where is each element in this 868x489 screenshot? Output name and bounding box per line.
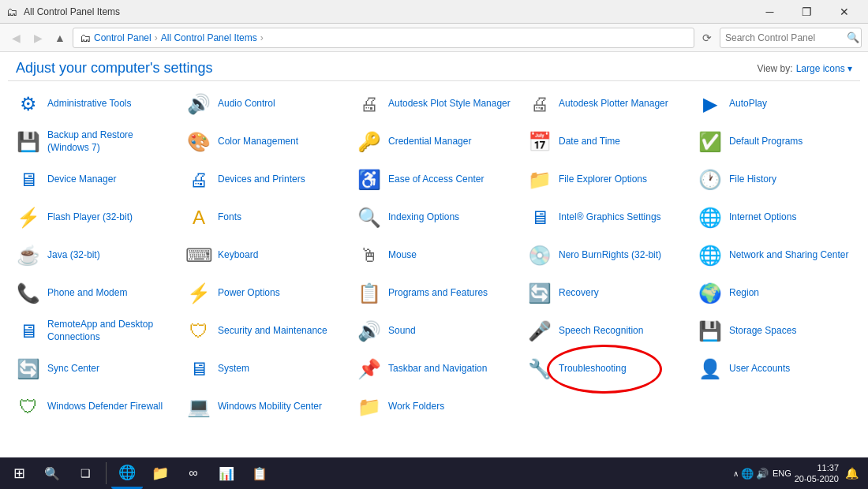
control-item-sync-center[interactable]: 🔄Sync Center [8, 350, 178, 388]
edge-button[interactable]: 🌐 [111, 457, 143, 489]
item-link-25[interactable]: Phone and Modem [47, 287, 127, 298]
item-link-5[interactable]: Backup and Restore (Windows 7) [47, 129, 133, 153]
item-link-8[interactable]: Date and Time [559, 136, 620, 147]
back-button[interactable]: ◀ [6, 28, 25, 47]
item-link-12[interactable]: Ease of Access Center [388, 174, 484, 185]
refresh-button[interactable]: ⟳ [698, 28, 716, 47]
control-item-mouse[interactable]: 🖱Mouse [349, 237, 519, 274]
start-button[interactable]: ⊞ [3, 457, 35, 489]
volume-icon[interactable]: 🔊 [756, 468, 769, 480]
item-link-41[interactable]: Windows Mobility Center [218, 401, 322, 412]
control-item-taskbar-and-navigation[interactable]: 📌Taskbar and Navigation [349, 350, 519, 388]
control-item-user-accounts[interactable]: 👤User Accounts [690, 350, 860, 388]
control-item-system[interactable]: 🖥System [178, 350, 349, 388]
control-item-autodesk-plot-style-manager[interactable]: 🖨Autodesk Plot Style Manager [349, 85, 519, 123]
control-item-autoplay[interactable]: ▶AutoPlay [690, 85, 860, 123]
item-link-0[interactable]: Administrative Tools [47, 98, 132, 109]
control-item-sound[interactable]: 🔊Sound [349, 312, 519, 350]
item-link-7[interactable]: Credential Manager [388, 136, 471, 147]
notification-button[interactable]: 🔔 [845, 467, 859, 480]
control-item-file-explorer-options[interactable]: 📁File Explorer Options [519, 161, 690, 199]
item-link-19[interactable]: Internet Options [729, 211, 796, 222]
item-link-24[interactable]: Network and Sharing Center [729, 249, 848, 260]
tray-expand-icon[interactable]: ∧ [733, 469, 739, 478]
item-link-23[interactable]: Nero BurnRights (32-bit) [559, 249, 661, 260]
item-link-9[interactable]: Default Programs [729, 136, 803, 147]
control-item-fonts[interactable]: AFonts [178, 199, 349, 237]
control-item-credential-manager[interactable]: 🔑Credential Manager [349, 123, 519, 161]
item-link-14[interactable]: File History [729, 174, 776, 185]
control-item-phone-and-modem[interactable]: 📞Phone and Modem [8, 274, 178, 312]
control-item-windows-mobility-center[interactable]: 💻Windows Mobility Center [178, 388, 349, 426]
control-item-flash-player--32-bit-[interactable]: ⚡Flash Player (32-bit) [8, 199, 178, 237]
control-item-windows-defender-firewall[interactable]: 🛡Windows Defender Firewall [8, 388, 178, 426]
item-link-2[interactable]: Autodesk Plot Style Manager [388, 98, 511, 109]
item-link-40[interactable]: Windows Defender Firewall [47, 401, 163, 412]
item-link-30[interactable]: RemoteApp and Desktop Connections [47, 319, 153, 342]
item-link-10[interactable]: Device Manager [47, 174, 116, 185]
item-link-18[interactable]: Intel® Graphics Settings [559, 211, 661, 222]
item-link-15[interactable]: Flash Player (32-bit) [47, 211, 133, 222]
item-link-13[interactable]: File Explorer Options [559, 174, 647, 185]
item-link-27[interactable]: Programs and Features [388, 287, 488, 298]
item-link-22[interactable]: Mouse [388, 249, 417, 260]
control-item-speech-recognition[interactable]: 🎤Speech Recognition [519, 312, 690, 350]
control-item-network-and-sharing-center[interactable]: 🌐Network and Sharing Center [690, 237, 860, 274]
control-item-region[interactable]: 🌍Region [690, 274, 860, 312]
item-link-33[interactable]: Speech Recognition [559, 325, 643, 336]
control-item-file-history[interactable]: 🕐File History [690, 161, 860, 199]
item-link-21[interactable]: Keyboard [218, 249, 258, 260]
control-item-devices-and-printers[interactable]: 🖨Devices and Printers [178, 161, 349, 199]
address-path[interactable]: 🗂 Control Panel › All Control Panel Item… [73, 28, 694, 48]
item-link-4[interactable]: AutoPlay [729, 98, 767, 109]
control-item-work-folders[interactable]: 📁Work Folders [349, 388, 519, 426]
control-item-storage-spaces[interactable]: 💾Storage Spaces [690, 312, 860, 350]
control-item-color-management[interactable]: 🎨Color Management [178, 123, 349, 161]
item-link-38[interactable]: Troubleshooting [559, 363, 627, 374]
taskbar-item-5[interactable]: 📋 [244, 457, 275, 489]
up-button[interactable]: ▲ [51, 28, 69, 47]
item-link-29[interactable]: Region [729, 287, 759, 298]
control-item-internet-options[interactable]: 🌐Internet Options [690, 199, 860, 237]
control-item-keyboard[interactable]: ⌨Keyboard [178, 237, 349, 274]
forward-button[interactable]: ▶ [28, 28, 47, 47]
item-link-39[interactable]: User Accounts [729, 363, 790, 374]
control-item-ease-of-access-center[interactable]: ♿Ease of Access Center [349, 161, 519, 199]
control-item-nero-burnrights--32-bit-[interactable]: 💿Nero BurnRights (32-bit) [519, 237, 690, 274]
item-link-3[interactable]: Autodesk Plotter Manager [559, 98, 668, 109]
explorer-button[interactable]: 📁 [144, 457, 176, 489]
item-link-42[interactable]: Work Folders [388, 401, 444, 412]
item-link-11[interactable]: Devices and Printers [218, 174, 305, 185]
search-input[interactable] [725, 32, 844, 43]
breadcrumb-all-items[interactable]: All Control Panel Items [161, 32, 257, 43]
control-item-programs-and-features[interactable]: 📋Programs and Features [349, 274, 519, 312]
task-view-button[interactable]: ❑ [69, 457, 101, 489]
control-item-administrative-tools[interactable]: ⚙Administrative Tools [8, 85, 178, 123]
control-item-remoteapp-and-desktop-connections[interactable]: 🖥RemoteApp and Desktop Connections [8, 312, 178, 350]
control-item-backup-and-restore--windows-7-[interactable]: 💾Backup and Restore (Windows 7) [8, 123, 178, 161]
control-item-troubleshooting[interactable]: 🔧Troubleshooting [519, 350, 690, 388]
control-item-autodesk-plotter-manager[interactable]: 🖨Autodesk Plotter Manager [519, 85, 690, 123]
control-item-power-options[interactable]: ⚡Power Options [178, 274, 349, 312]
item-link-16[interactable]: Fonts [218, 211, 241, 222]
item-link-6[interactable]: Color Management [218, 136, 298, 147]
minimize-button[interactable]: ─ [752, 0, 788, 24]
control-item-default-programs[interactable]: ✅Default Programs [690, 123, 860, 161]
item-link-36[interactable]: System [218, 363, 249, 374]
item-link-31[interactable]: Security and Maintenance [218, 325, 327, 336]
control-item-indexing-options[interactable]: 🔍Indexing Options [349, 199, 519, 237]
control-item-device-manager[interactable]: 🖥Device Manager [8, 161, 178, 199]
control-item-date-and-time[interactable]: 📅Date and Time [519, 123, 690, 161]
taskbar-item-4[interactable]: 📊 [211, 457, 242, 489]
item-link-34[interactable]: Storage Spaces [729, 325, 796, 336]
maximize-button[interactable]: ❐ [789, 0, 825, 24]
taskbar-item-3[interactable]: ∞ [178, 457, 209, 489]
close-button[interactable]: ✕ [826, 0, 862, 24]
control-item-audio-control[interactable]: 🔊Audio Control [178, 85, 349, 123]
item-link-35[interactable]: Sync Center [47, 363, 99, 374]
item-link-20[interactable]: Java (32-bit) [47, 249, 100, 260]
item-link-26[interactable]: Power Options [218, 287, 280, 298]
breadcrumb-control-panel[interactable]: Control Panel [94, 32, 152, 43]
control-item-java--32-bit-[interactable]: ☕Java (32-bit) [8, 237, 178, 274]
item-link-17[interactable]: Indexing Options [388, 211, 459, 222]
